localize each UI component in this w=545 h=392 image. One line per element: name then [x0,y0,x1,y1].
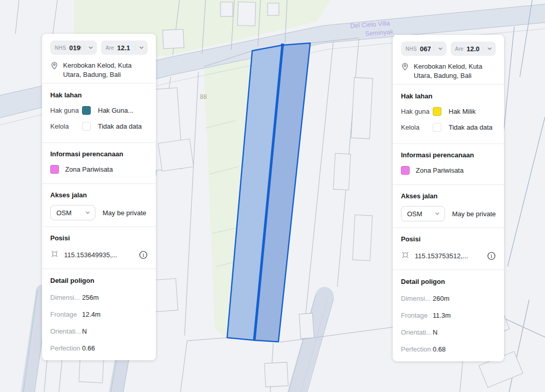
detail-label: Perfection [50,344,82,352]
section-akses-jalan: Akses jalan OSM May be private [393,184,504,228]
detail-label: Perfection [401,345,433,353]
section-detail-poligon: Detail poligon Dimensi... 260m Frontage … [393,270,504,361]
detail-value: N [433,328,437,336]
detail-label: Frontage [50,311,82,318]
detail-value: 0.68 [433,345,446,353]
zona-swatch [401,166,410,175]
kelola-label: Kelola [401,123,433,131]
hak-guna-label: Hak guna [401,108,433,115]
zona-swatch [50,165,59,174]
section-title: Hak lahan [401,92,496,100]
nhs-select-label: NHS [406,46,417,52]
kelola-value: Tidak ada data [98,122,142,130]
zona-row: Zona Pariwisata [401,166,496,175]
chevron-down-icon [85,210,90,215]
chevron-down-icon [135,45,144,50]
detail-value: 0.66 [82,344,95,352]
kelola-swatch [82,122,91,131]
detail-label: Dimensi... [401,295,433,302]
detail-label: Dimensi... [50,294,82,301]
detail-row-orientation: Orientati... N [50,327,148,335]
chevron-down-icon [435,211,440,216]
crosshair-icon [50,250,59,260]
coordinates-value: 115.153753512,... [415,252,468,260]
nhs-select[interactable]: NHS 01996 [50,40,97,55]
road-source-select[interactable]: OSM [50,205,95,220]
section-title: Detail poligon [50,277,148,284]
kelola-label: Kelola [50,122,82,130]
detail-row-perfection: Perfection 0.66 [50,344,148,352]
section-title: Informasi perencanaan [50,150,148,158]
chevron-down-icon [483,46,492,51]
section-akses-jalan: Akses jalan OSM May be private [42,183,156,226]
nhs-select-label: NHS [55,45,66,51]
section-title: Detail poligon [401,278,496,285]
section-title: Posisi [50,234,148,242]
section-hak-lahan: Hak lahan Hak guna Hak Milik Kelola Tida… [393,84,504,143]
are-select[interactable]: Are 12.0 [451,42,496,56]
panel-header: NHS 06787 Are 12.0 Ker [393,35,504,84]
detail-row-dimension: Dimensi... 260m [401,295,496,302]
parcel-info-panel-right: NHS 06787 Are 12.0 Ker [393,35,504,361]
kelola-value: Tidak ada data [449,123,493,131]
detail-row-frontage: Frontage 12.4m [50,311,148,318]
access-note: May be private [103,209,146,217]
detail-value: 11.3m [433,312,451,319]
block-number-label: 88 [200,93,207,100]
are-select[interactable]: Are 12.1 [101,40,148,55]
nhs-select[interactable]: NHS 06787 [401,42,447,56]
detail-row-dimension: Dimensi... 256m [50,294,148,301]
zona-row: Zona Pariwisata [50,165,148,174]
are-select-value: 12.1 [117,44,130,52]
detail-value: 260m [433,295,450,302]
panel-header: NHS 01996 Are 12.1 Ker [42,34,156,83]
road-source-value: OSM [56,209,72,217]
section-posisi: Posisi 115.153649935,... i [42,226,156,269]
parcel-info-panel-left: NHS 01996 Are 12.1 Ker [42,34,156,360]
hak-guna-label: Hak guna [50,107,82,114]
svg-text:i: i [143,252,144,258]
section-perencanaan: Informasi perencanaan Zona Pariwisata [393,143,504,184]
info-icon[interactable]: i [487,252,496,260]
section-title: Akses jalan [50,191,148,199]
nhs-select-value: 01996 [69,44,81,52]
kelola-row: Kelola Tidak ada data [401,123,496,132]
are-select-value: 12.0 [467,45,479,53]
section-detail-poligon: Detail poligon Dimensi... 256m Frontage … [42,269,156,360]
detail-value: 12.4m [82,311,100,318]
section-title: Informasi perencanaan [401,151,496,159]
svg-text:i: i [491,253,492,259]
hak-guna-row: Hak guna Hak Milik [401,107,496,116]
location-text: Kerobokan Kelod, Kuta Utara, Badung, Bal… [414,62,496,81]
road-source-value: OSM [407,210,422,218]
section-perencanaan: Informasi perencanaan Zona Pariwisata [42,142,156,183]
coordinates-value: 115.153649935,... [64,251,117,259]
section-title: Akses jalan [401,192,496,200]
zona-value: Zona Pariwisata [416,167,463,174]
section-title: Hak lahan [50,91,148,99]
detail-label: Orientati... [401,328,433,336]
kelola-swatch [433,123,441,132]
nhs-select-value: 06787 [420,45,430,53]
info-icon[interactable]: i [139,251,148,259]
crosshair-icon [401,251,410,261]
detail-label: Frontage [401,312,433,319]
road-source-select[interactable]: OSM [401,206,445,221]
hak-guna-value: Hak Milik [449,108,476,115]
detail-row-perfection: Perfection 0.68 [401,345,496,353]
location-pin-icon [50,61,58,80]
hak-guna-swatch [433,107,441,116]
section-hak-lahan: Hak lahan Hak guna Hak Guna... Kelola Ti… [42,83,156,142]
chevron-down-icon [434,46,443,51]
are-select-label: Are [106,45,114,51]
are-select-label: Are [455,46,463,52]
hak-guna-swatch [82,106,91,115]
kelola-row: Kelola Tidak ada data [50,122,148,131]
access-note: May be private [452,210,496,218]
map-app: Del Cielo Villa Seminyak 88 NHS 01996 Ar… [0,0,545,392]
location-text: Kerobokan Kelod, Kuta Utara, Badung, Bal… [63,61,148,80]
detail-value: N [82,327,87,335]
detail-label: Orientati... [50,327,82,335]
hak-guna-value: Hak Guna... [98,107,133,114]
detail-value: 256m [82,294,99,301]
